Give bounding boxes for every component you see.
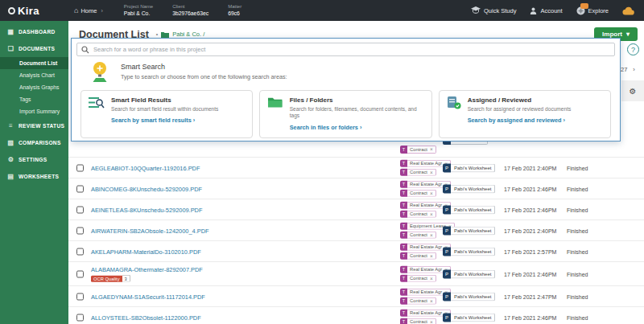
explore-button[interactable]: Explore: [576, 6, 609, 15]
table-row: AKELAPHARM-MaterialDo-3102010.PDF TReal …: [68, 241, 644, 262]
quick-study-button[interactable]: Quick Study: [471, 6, 516, 14]
document-name-link[interactable]: AEGLEABIOT-10QQuarter-1192016.PDF: [91, 164, 200, 171]
worksheet-badge[interactable]: P Pabi's Worksheet: [443, 205, 495, 214]
sidebar-item-label: DASHBOARD: [19, 29, 56, 35]
table-settings-gear-icon[interactable]: ⚙: [630, 87, 637, 96]
document-name-link[interactable]: AKELAPHARM-MaterialDo-3102010.PDF: [91, 248, 201, 255]
sidebar-item-comparisons[interactable]: ▧ COMPARISONS: [0, 134, 68, 151]
help-button[interactable]: ?: [627, 43, 639, 55]
worksheet-badge[interactable]: P Pabi's Worksheet: [443, 184, 495, 193]
smart-field-icon: [89, 96, 105, 109]
breadcrumb[interactable]: • Pabi & Co. /: [156, 31, 204, 38]
tag-remove-icon[interactable]: ×: [430, 211, 433, 217]
worksheet-name: Pabi's Worksheet: [451, 163, 495, 172]
project-search-input[interactable]: [93, 46, 610, 53]
worksheet-name: Pabi's Worksheet: [451, 247, 495, 256]
documents-icon: ❏: [7, 45, 14, 52]
smart-search-title: Smart Search: [121, 63, 287, 71]
row-checkbox[interactable]: [76, 164, 84, 171]
tag-label: Real Estate Agr: [410, 182, 442, 187]
matter-value: 69c6: [228, 10, 242, 17]
tag-remove-icon[interactable]: ×: [430, 170, 433, 175]
worksheet-badge[interactable]: P Pabi's Worksheet: [443, 247, 495, 256]
page-number[interactable]: 27: [621, 66, 627, 73]
worksheet-letter-icon: P: [443, 269, 451, 278]
upload-cloud-icon[interactable]: [622, 6, 634, 15]
document-tag[interactable]: T Contract×: [400, 146, 436, 154]
search-bar[interactable]: [76, 43, 615, 56]
sidebar-item-review-status[interactable]: ≡ REVIEW STATUS: [0, 117, 68, 134]
tag-remove-icon[interactable]: ×: [430, 191, 433, 196]
card-title: Smart Field Results: [111, 96, 218, 104]
worksheet-badge[interactable]: P Pabi's Worksheet: [443, 226, 495, 235]
row-checkbox[interactable]: [76, 270, 84, 277]
document-tag[interactable]: TContract×: [400, 189, 436, 197]
breadcrumb-separator-icon: ›: [101, 8, 102, 14]
document-tag[interactable]: TContract×: [400, 210, 436, 218]
tag-remove-icon[interactable]: ×: [430, 276, 433, 281]
home-link[interactable]: ⌂ Home ›: [74, 6, 105, 14]
sidebar-item-dashboard[interactable]: ▦ DASHBOARD: [0, 23, 68, 40]
assigned-reviewed-icon: [447, 96, 461, 109]
ocr-quality-badge: OCR Quality 3: [91, 275, 130, 282]
document-name-link[interactable]: ALGAEDYNAM-S1ASecurit-11172014.PDF: [91, 293, 205, 300]
row-checkbox[interactable]: [76, 185, 84, 192]
tag-type-icon: T: [400, 201, 407, 209]
document-name-link[interactable]: AEINETLEAS-8KUnschedu-5292009.PDF: [91, 206, 202, 213]
card-description: Search for assigned or reviewed document…: [468, 106, 572, 113]
worksheet-name: Pabi's Worksheet: [451, 184, 495, 193]
search-by-assigned-link[interactable]: Search by assigned and reviewed ›: [468, 117, 572, 124]
next-page-icon[interactable]: ›: [633, 66, 635, 73]
worksheet-badge[interactable]: P Pabi's Worksheet: [443, 292, 495, 301]
sidebar-item-documents[interactable]: ❏ DOCUMENTS: [0, 40, 68, 57]
tag-label: Contract: [410, 276, 427, 281]
row-checkbox[interactable]: [76, 227, 84, 234]
document-tag[interactable]: TContract×: [400, 231, 436, 239]
document-tag[interactable]: TContract×: [400, 274, 436, 282]
sidebar-item-document-list[interactable]: Document List: [0, 57, 68, 69]
sidebar-item-settings[interactable]: ⚙ SETTINGS: [0, 151, 68, 168]
sidebar-item-label: SETTINGS: [19, 157, 47, 162]
settings-gear-icon: ⚙: [7, 156, 14, 163]
tag-remove-icon[interactable]: ×: [430, 232, 433, 238]
document-name-link[interactable]: ALLOYSTEEL-SB2Obsolet-1122000.PDF: [91, 314, 201, 321]
kira-logo[interactable]: Kira: [0, 5, 64, 17]
document-name-link[interactable]: ALABAMAGRA-Othermater-8292007.PDF: [91, 265, 203, 273]
tag-remove-icon[interactable]: ×: [430, 298, 433, 304]
import-status: Finished: [567, 186, 588, 191]
row-checkbox[interactable]: [76, 206, 84, 213]
worksheet-badge[interactable]: P Pabi's Worksheet: [443, 269, 495, 278]
document-tag[interactable]: TContract×: [400, 252, 436, 260]
document-name-link[interactable]: ABINCOMEG-8KUnschedu-5292009.PDF: [91, 185, 202, 192]
search-by-smart-field-link[interactable]: Search by smart field results ›: [111, 117, 218, 124]
sidebar-item-analysis-chart[interactable]: Analysis Chart: [0, 69, 68, 81]
document-tag[interactable]: TContract×: [400, 168, 436, 176]
row-checkbox[interactable]: [76, 293, 84, 300]
tag-type-icon: T: [400, 309, 407, 317]
main-content: Document List • Pabi & Co. / Import ▾ ? …: [68, 21, 644, 324]
row-checkbox[interactable]: [76, 314, 84, 321]
worksheet-badge[interactable]: P Pabi's Worksheet: [443, 163, 495, 172]
tag-type-icon: T: [400, 168, 407, 176]
tag-remove-icon[interactable]: ×: [430, 146, 433, 152]
sidebar-item-worksheets[interactable]: ▤ WORKSHEETS: [0, 168, 68, 185]
worksheet-badge[interactable]: P Pabi's Worksheet: [443, 313, 495, 322]
document-name-link[interactable]: AIRWATERIN-SB2AObsole-1242000_4.PDF: [91, 227, 209, 234]
table-rows: AEGLEABIOT-10QQuarter-1192016.PDF TReal …: [68, 158, 644, 324]
tag-label: Contract: [410, 253, 427, 258]
account-button[interactable]: Account: [530, 7, 562, 14]
tag-type-icon: T: [400, 180, 407, 188]
tag-remove-icon[interactable]: ×: [430, 253, 433, 259]
sidebar-item-tags[interactable]: Tags: [0, 93, 68, 105]
document-tag[interactable]: TContract×: [400, 318, 436, 324]
tag-type-icon: T: [400, 189, 407, 197]
document-tag[interactable]: TContract×: [400, 297, 436, 305]
row-checkbox[interactable]: [76, 248, 84, 255]
sidebar-item-analysis-graphs[interactable]: Analysis Graphs: [0, 81, 68, 93]
tag-type-icon: T: [400, 288, 407, 296]
tag-remove-icon[interactable]: ×: [430, 319, 433, 324]
sidebar-item-import-summary[interactable]: Import Summary: [0, 105, 68, 117]
search-in-files-link[interactable]: Search in files or folders ›: [290, 124, 424, 131]
import-date: 17 Feb 2021 2:46PM: [504, 314, 556, 320]
document-name-cell: ALGAEDYNAM-S1ASecurit-11172014.PDF: [91, 293, 205, 300]
